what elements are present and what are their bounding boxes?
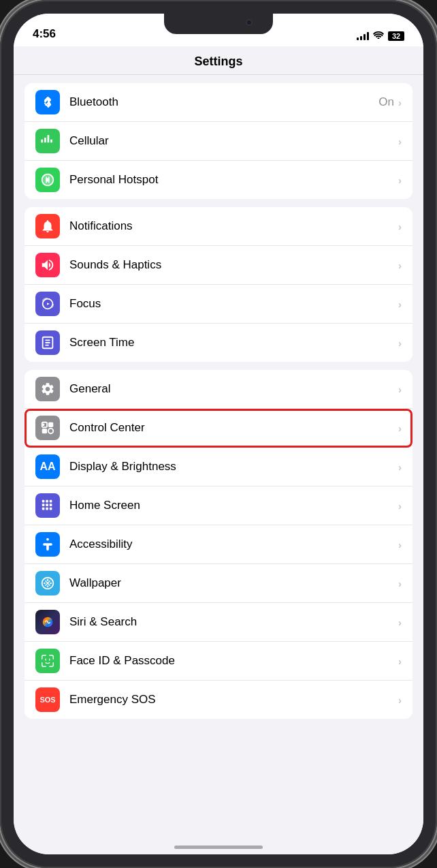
- general-icon: [35, 377, 60, 401]
- svg-rect-3: [48, 422, 53, 427]
- svg-rect-11: [46, 503, 48, 506]
- sos-chevron: ›: [398, 694, 402, 706]
- svg-point-0: [46, 178, 50, 182]
- phone-screen: 4:56 32: [14, 14, 423, 854]
- sos-item[interactable]: SOS Emergency SOS ›: [25, 681, 412, 719]
- screentime-icon: [35, 330, 60, 355]
- svg-rect-7: [42, 500, 45, 503]
- svg-point-5: [48, 429, 53, 433]
- screentime-item[interactable]: Screen Time ›: [25, 324, 412, 362]
- sos-icon: SOS: [35, 687, 60, 712]
- general-chevron: ›: [398, 384, 402, 395]
- sounds-label: Sounds & Haptics: [69, 258, 398, 272]
- notifications-label: Notifications: [69, 219, 398, 233]
- homescreen-item[interactable]: Home Screen ›: [25, 486, 412, 525]
- settings-content[interactable]: Settings Bluetooth On › Cellular: [14, 46, 423, 854]
- svg-point-17: [47, 579, 49, 581]
- focus-chevron: ›: [398, 298, 402, 310]
- hotspot-label: Personal Hotspot: [69, 173, 394, 187]
- homescreen-icon: [35, 493, 60, 518]
- bluetooth-value: On: [378, 95, 394, 109]
- accessibility-label: Accessibility: [69, 538, 398, 551]
- controlcenter-icon: [35, 416, 60, 440]
- notch: [164, 14, 273, 34]
- faceid-label: Face ID & Passcode: [69, 654, 398, 668]
- bluetooth-icon: [35, 90, 60, 114]
- focus-icon: [35, 292, 60, 316]
- camera: [246, 19, 253, 26]
- sounds-chevron: ›: [398, 260, 402, 271]
- wallpaper-label: Wallpaper: [69, 576, 398, 590]
- siri-label: Siri & Search: [69, 615, 398, 629]
- svg-rect-8: [46, 500, 48, 503]
- phone-frame: 4:56 32: [0, 0, 437, 868]
- wifi-icon: [373, 31, 384, 41]
- general-item[interactable]: General ›: [25, 370, 412, 409]
- controlcenter-chevron: ›: [398, 422, 402, 434]
- bluetooth-label: Bluetooth: [69, 95, 378, 109]
- bottom-spacer: [14, 727, 423, 754]
- notifications-item[interactable]: Notifications ›: [25, 207, 412, 246]
- svg-rect-12: [50, 503, 52, 506]
- status-time: 4:56: [33, 16, 56, 41]
- svg-rect-13: [42, 508, 45, 510]
- battery-icon: 32: [388, 31, 404, 41]
- svg-point-6: [42, 424, 45, 427]
- notifications-icon: [35, 214, 60, 238]
- cellular-item[interactable]: Cellular ›: [25, 122, 412, 161]
- svg-point-20: [47, 585, 49, 587]
- svg-point-18: [44, 583, 46, 585]
- cellular-icon: [35, 129, 60, 153]
- svg-rect-14: [46, 508, 48, 510]
- wallpaper-item[interactable]: Wallpaper ›: [25, 564, 412, 603]
- cellular-label: Cellular: [69, 134, 394, 148]
- displaybrightness-icon: AA: [35, 454, 60, 479]
- homescreen-chevron: ›: [398, 500, 402, 512]
- focus-item[interactable]: Focus ›: [25, 285, 412, 324]
- siri-icon: [35, 610, 60, 634]
- hotspot-item[interactable]: Personal Hotspot ›: [25, 161, 412, 199]
- siri-item[interactable]: Siri & Search ›: [25, 603, 412, 642]
- displaybrightness-item[interactable]: AA Display & Brightness ›: [25, 448, 412, 486]
- sos-label: Emergency SOS: [69, 693, 398, 707]
- screentime-chevron: ›: [398, 337, 402, 349]
- nav-bar: Settings: [14, 46, 423, 75]
- hotspot-chevron: ›: [398, 174, 402, 186]
- svg-rect-9: [50, 500, 52, 503]
- bluetooth-chevron: ›: [398, 97, 402, 108]
- accessibility-icon: [35, 532, 60, 557]
- faceid-icon: [35, 649, 60, 673]
- signal-icon: [357, 32, 369, 40]
- svg-rect-15: [50, 508, 52, 510]
- accessibility-chevron: ›: [398, 539, 402, 551]
- connectivity-group: Bluetooth On › Cellular › Perso: [25, 83, 412, 199]
- wallpaper-chevron: ›: [398, 578, 402, 589]
- controlcenter-item[interactable]: Control Center ›: [25, 409, 412, 448]
- homescreen-label: Home Screen: [69, 499, 398, 512]
- cellular-chevron: ›: [398, 136, 402, 147]
- sounds-item[interactable]: Sounds & Haptics ›: [25, 246, 412, 285]
- svg-rect-4: [42, 429, 47, 433]
- siri-chevron: ›: [398, 617, 402, 628]
- general-label: General: [69, 382, 398, 396]
- svg-rect-10: [42, 503, 45, 506]
- faceid-item[interactable]: Face ID & Passcode ›: [25, 642, 412, 681]
- sounds-icon: [35, 253, 60, 277]
- notifications-chevron: ›: [398, 221, 402, 232]
- svg-point-19: [50, 583, 52, 585]
- hotspot-icon: [35, 168, 60, 192]
- focus-label: Focus: [69, 297, 398, 311]
- accessibility-item[interactable]: Accessibility ›: [25, 525, 412, 564]
- page-title: Settings: [194, 55, 242, 68]
- displaybrightness-label: Display & Brightness: [69, 460, 398, 474]
- controlcenter-label: Control Center: [69, 421, 398, 435]
- home-indicator: [174, 846, 263, 849]
- notifications-group: Notifications › Sounds & Haptics › Focus…: [25, 207, 412, 362]
- screentime-label: Screen Time: [69, 336, 398, 350]
- status-icons: 32: [357, 20, 404, 41]
- bluetooth-item[interactable]: Bluetooth On ›: [25, 83, 412, 122]
- faceid-chevron: ›: [398, 655, 402, 667]
- svg-point-16: [46, 538, 49, 541]
- wallpaper-icon: [35, 571, 60, 595]
- general-group: General › Control Center › AA Display & …: [25, 370, 412, 719]
